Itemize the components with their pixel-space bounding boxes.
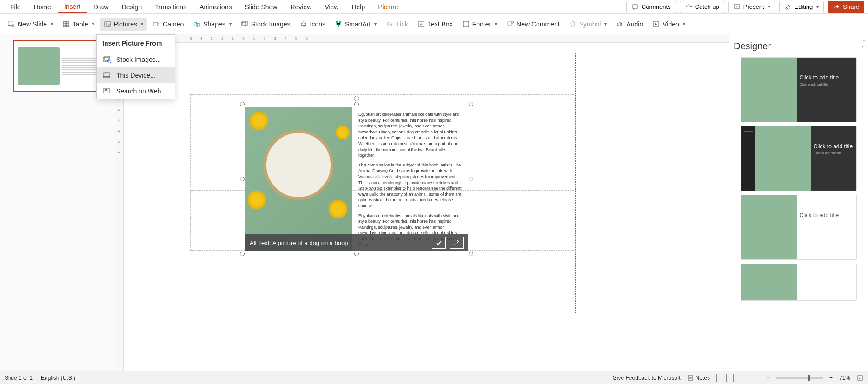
- share-label: Share: [843, 3, 859, 10]
- tab-view[interactable]: View: [318, 1, 345, 13]
- feedback-link[interactable]: Give Feedback to Microsoft: [613, 375, 681, 381]
- slide-thumbnail-1[interactable]: [13, 40, 106, 92]
- svg-rect-15: [336, 21, 338, 23]
- pictures-label: Pictures: [114, 20, 138, 28]
- present-button[interactable]: Present ▾: [728, 1, 775, 13]
- resize-handle-br[interactable]: [469, 252, 473, 256]
- footer-button[interactable]: Footer ▾: [458, 18, 501, 31]
- design-suggestion-2[interactable]: Click to add titleClick to add subtitle: [741, 126, 857, 191]
- tab-review[interactable]: Review: [284, 1, 318, 13]
- new-slide-icon: [7, 20, 15, 28]
- chevron-down-icon: ▾: [604, 21, 607, 26]
- symbol-button[interactable]: Symbol ▾: [565, 18, 611, 31]
- catchup-button[interactable]: Catch up: [680, 1, 724, 13]
- tab-insert[interactable]: Insert: [58, 1, 87, 13]
- slide[interactable]: Egyptian art celebrates animals like cat…: [190, 53, 576, 313]
- link-icon: [386, 20, 393, 28]
- resize-handle-l[interactable]: [240, 177, 245, 181]
- icons-icon: [300, 20, 307, 28]
- shapes-icon: [193, 20, 200, 28]
- audio-icon: [616, 20, 623, 28]
- rotation-handle[interactable]: [354, 96, 359, 101]
- audio-button[interactable]: Audio: [612, 18, 647, 31]
- notes-button[interactable]: Notes: [687, 375, 710, 381]
- designer-title: Designer ›: [734, 41, 863, 52]
- resize-handle-tl[interactable]: [240, 102, 245, 106]
- design-suggestion-1[interactable]: Click to add titleClick to add subtitle: [741, 57, 857, 122]
- text-box-icon: A: [417, 20, 425, 28]
- shapes-button[interactable]: Shapes ▾: [189, 18, 235, 31]
- editing-button[interactable]: Editing ▾: [779, 1, 824, 13]
- smartart-icon: [335, 20, 342, 28]
- icons-label: Icons: [310, 20, 325, 28]
- dropdown-header: Insert Picture From: [97, 35, 175, 52]
- cameo-button[interactable]: Cameo: [149, 18, 187, 31]
- dropdown-this-device-label: This Device...: [116, 72, 156, 79]
- comments-button[interactable]: Comments: [626, 1, 676, 13]
- tab-design[interactable]: Design: [115, 1, 149, 13]
- tab-transitions[interactable]: Transitions: [148, 1, 193, 13]
- reading-view-button[interactable]: [750, 374, 760, 382]
- resize-handle-b[interactable]: [354, 252, 359, 256]
- design-suggestion-3[interactable]: Click to add title: [741, 195, 857, 260]
- tab-home[interactable]: Home: [27, 1, 58, 13]
- fit-to-window-button[interactable]: [857, 375, 863, 381]
- svg-rect-29: [103, 77, 110, 78]
- table-button[interactable]: Table ▾: [59, 18, 98, 31]
- tab-animations[interactable]: Animations: [193, 1, 238, 13]
- share-button[interactable]: Share: [828, 1, 864, 13]
- language-indicator[interactable]: English (U.S.): [41, 375, 75, 381]
- svg-rect-11: [243, 21, 247, 25]
- zoom-level[interactable]: 71%: [839, 375, 850, 381]
- thumbnail-image: [18, 47, 60, 85]
- icons-button[interactable]: Icons: [296, 18, 329, 31]
- resize-handle-t[interactable]: [354, 102, 359, 106]
- chevron-right-icon[interactable]: ›: [861, 43, 863, 50]
- zoom-in-button[interactable]: +: [829, 375, 833, 381]
- pictures-button[interactable]: Pictures ▾: [100, 18, 147, 31]
- link-button[interactable]: Link: [382, 18, 412, 31]
- resize-handle-r[interactable]: [469, 177, 473, 181]
- normal-view-button[interactable]: [716, 374, 727, 382]
- dropdown-search-web[interactable]: Search on Web...: [97, 83, 175, 99]
- video-button[interactable]: Video ▾: [649, 18, 689, 31]
- link-label: Link: [396, 20, 408, 28]
- selected-picture-object[interactable]: Egyptian art celebrates animals like cat…: [245, 107, 468, 251]
- text-box-button[interactable]: A Text Box: [414, 18, 457, 31]
- chevron-down-icon: ▾: [683, 21, 685, 26]
- tab-file[interactable]: File: [4, 1, 27, 13]
- web-icon: [102, 87, 112, 95]
- slide-sorter-view-button[interactable]: [733, 374, 743, 382]
- zoom-out-button[interactable]: −: [767, 375, 770, 381]
- slide-counter[interactable]: Slide 1 of 1: [5, 375, 33, 381]
- chevron-down-icon: ▾: [92, 21, 94, 26]
- tab-help[interactable]: Help: [345, 1, 371, 13]
- catchup-label: Catch up: [695, 3, 719, 10]
- resize-handle-tr[interactable]: [469, 102, 473, 106]
- tab-draw[interactable]: Draw: [87, 1, 115, 13]
- horizontal-ruler: 5 4 3 2 1 0 1 2 3 4 5 6: [129, 34, 729, 43]
- design-suggestion-4[interactable]: [741, 264, 857, 301]
- svg-rect-16: [339, 21, 341, 23]
- tab-slideshow[interactable]: Slide Show: [238, 1, 284, 13]
- zoom-slider[interactable]: [776, 377, 823, 379]
- table-icon: [62, 20, 70, 28]
- dropdown-stock-images[interactable]: Stock Images...: [97, 52, 175, 67]
- new-slide-button[interactable]: New Slide ▾: [4, 18, 57, 31]
- picture-icon: [104, 20, 111, 28]
- notes-icon: [687, 375, 694, 381]
- svg-rect-26: [105, 56, 110, 60]
- svg-rect-34: [858, 376, 862, 380]
- pencil-icon: [784, 3, 792, 11]
- chevron-down-icon: ▾: [768, 4, 770, 9]
- dropdown-this-device[interactable]: This Device...: [97, 67, 175, 83]
- smartart-button[interactable]: SmartArt ▾: [331, 18, 380, 31]
- symbol-label: Symbol: [579, 20, 601, 28]
- slide-canvas-area[interactable]: 5 4 3 2 1 0 1 2 3 4 5 6 2 1 0 1 2 3: [115, 34, 729, 371]
- new-comment-button[interactable]: New Comment: [503, 18, 563, 31]
- stock-images-icon: [241, 20, 248, 28]
- resize-handle-bl[interactable]: [240, 252, 245, 256]
- tab-picture[interactable]: Picture: [371, 1, 405, 13]
- stock-images-button[interactable]: Stock Images: [237, 18, 294, 31]
- chevron-down-icon: ▾: [51, 21, 53, 26]
